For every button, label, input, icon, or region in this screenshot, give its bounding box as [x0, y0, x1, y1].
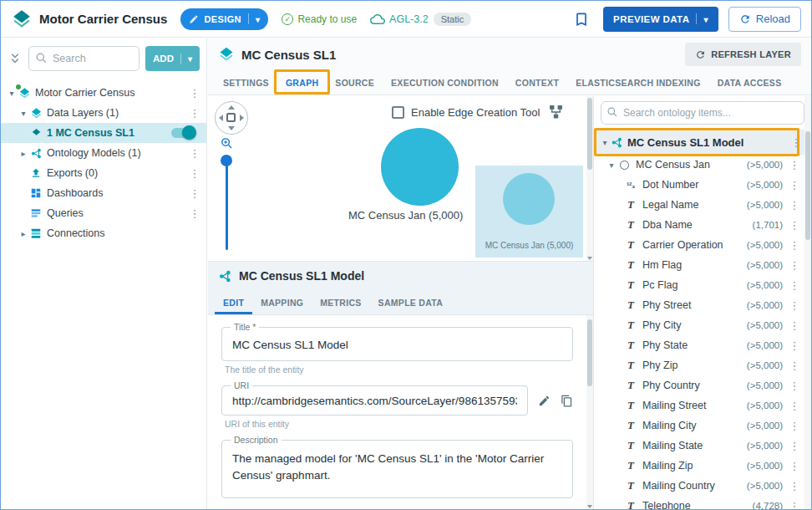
kebab-menu-icon[interactable] [788, 219, 801, 232]
chevron-down-icon[interactable] [188, 54, 192, 64]
reload-button[interactable]: Reload [728, 7, 801, 32]
chevron-right-icon[interactable] [18, 149, 29, 158]
tree-item-data-layers[interactable]: Data Layers (1) [1, 103, 206, 123]
graph-node-selected[interactable]: MC Census Jan (5,000) [475, 166, 583, 258]
chevron-down-icon[interactable] [606, 161, 617, 170]
edit-uri-pencil-icon[interactable] [538, 395, 551, 407]
tab-sample-data[interactable]: SAMPLE DATA [370, 290, 452, 314]
pan-up-icon[interactable] [228, 105, 235, 110]
ontology-scrollbar-thumb[interactable] [805, 131, 810, 240]
form-scrollbar-thumb[interactable] [587, 319, 592, 386]
copy-icon[interactable] [561, 395, 573, 407]
ontology-class-row[interactable]: MC Census Jan (>5,000) [594, 155, 811, 175]
zoom-in-icon[interactable] [220, 136, 234, 150]
kebab-menu-icon[interactable] [788, 279, 801, 292]
refresh-layer-button[interactable]: REFRESH LAYER [685, 43, 801, 66]
scroll-down-arrow-icon[interactable] [587, 257, 592, 260]
ontology-property-row[interactable]: Dot Number (>5,000) [594, 175, 811, 195]
tab-source[interactable]: SOURCE [327, 70, 383, 94]
chevron-down-icon[interactable] [256, 14, 260, 24]
pan-down-icon[interactable] [228, 126, 235, 130]
kebab-menu-icon[interactable] [188, 207, 201, 220]
bookmark-icon[interactable] [573, 11, 590, 28]
ontology-search-input[interactable] [601, 101, 804, 125]
kebab-menu-icon[interactable] [788, 239, 801, 252]
ontology-model-header[interactable]: MC Census SL1 Model [594, 130, 811, 155]
tab-graph[interactable]: GRAPH [277, 70, 327, 94]
kebab-menu-icon[interactable] [788, 460, 801, 472]
kebab-menu-icon[interactable] [788, 480, 801, 492]
kebab-menu-icon[interactable] [788, 259, 801, 272]
graph-canvas[interactable]: Enable Edge Creation Tool MC Census Jan … [208, 96, 593, 261]
ontology-property-row[interactable]: Phy State (>5,000) [594, 335, 811, 355]
zoom-slider-handle[interactable] [221, 155, 232, 166]
kebab-menu-icon[interactable] [788, 360, 801, 372]
tree-item-connections[interactable]: Connections [1, 223, 206, 243]
tree-item-dashboards[interactable]: Dashboards [1, 183, 206, 203]
ontology-property-row[interactable]: Carrier Operation (>5,000) [594, 235, 811, 255]
kebab-menu-icon[interactable] [188, 107, 201, 120]
ontology-property-row[interactable]: Phy Zip (>5,000) [594, 355, 811, 375]
title-input[interactable] [222, 328, 572, 360]
kebab-menu-icon[interactable] [788, 339, 801, 352]
pan-control[interactable] [215, 101, 248, 135]
kebab-menu-icon[interactable] [788, 299, 801, 312]
kebab-menu-icon[interactable] [188, 167, 201, 180]
collapse-all-icon[interactable] [8, 51, 23, 66]
ontology-property-row[interactable]: Mailing Country (>5,000) [594, 476, 811, 496]
ontology-property-row[interactable]: Phy Country (>5,000) [594, 375, 811, 395]
ontology-property-row[interactable]: Mailing City (>5,000) [594, 416, 811, 436]
kebab-menu-icon[interactable] [788, 500, 801, 510]
ontology-property-row[interactable]: Hm Flag (>5,000) [594, 255, 811, 275]
ontology-property-row[interactable]: Legal Name (>5,000) [594, 195, 811, 215]
kebab-menu-icon[interactable] [788, 179, 801, 191]
preview-data-button[interactable]: PREVIEW DATA [603, 7, 718, 32]
chevron-down-icon[interactable] [703, 14, 708, 24]
canvas-scrollbar[interactable] [586, 96, 593, 261]
tree-item-motor-carrier-census[interactable]: Motor Carrier Census [1, 83, 206, 103]
kebab-menu-icon[interactable] [188, 87, 201, 99]
tab-execution-condition[interactable]: EXECUTION CONDITION [383, 70, 507, 94]
tab-context[interactable]: CONTEXT [507, 70, 567, 94]
canvas-scrollbar-thumb[interactable] [587, 98, 592, 170]
edge-tool-checkbox[interactable] [392, 106, 404, 119]
graph-layout-icon[interactable] [549, 105, 563, 119]
tab-settings[interactable]: SETTINGS [215, 70, 277, 94]
ontology-property-row[interactable]: Phy Street (>5,000) [594, 295, 811, 315]
ontology-property-row[interactable]: Pc Flag (>5,000) [594, 275, 811, 295]
design-button[interactable]: DESIGN [180, 8, 268, 30]
fit-view-icon[interactable] [226, 113, 236, 122]
scroll-down-arrow-icon[interactable] [587, 505, 592, 508]
add-button[interactable]: ADD [145, 46, 200, 71]
description-input[interactable]: The managed model for 'MC Census SL1' in… [222, 441, 572, 493]
tree-item-ontology-models[interactable]: Ontology Models (1) [1, 143, 206, 163]
uri-input[interactable] [222, 386, 527, 415]
chevron-down-icon[interactable] [599, 138, 611, 147]
chevron-down-icon[interactable] [6, 89, 18, 98]
form-scrollbar[interactable] [586, 315, 593, 509]
kebab-menu-icon[interactable] [788, 420, 801, 432]
tree-item-exports[interactable]: Exports (0) [1, 163, 206, 183]
tree-item-mc-census-sl1[interactable]: 1 MC Census SL1 [1, 123, 206, 143]
graph-node-mc-census-jan[interactable] [381, 128, 459, 206]
pan-right-icon[interactable] [240, 115, 244, 121]
kebab-menu-icon[interactable] [788, 400, 801, 412]
graph-node-selected-circle[interactable] [503, 173, 555, 225]
tab-mapping[interactable]: MAPPING [252, 290, 312, 314]
kebab-menu-icon[interactable] [188, 147, 201, 160]
tab-edit[interactable]: EDIT [215, 290, 252, 314]
ontology-property-row[interactable]: Mailing State (>5,000) [594, 436, 811, 456]
kebab-menu-icon[interactable] [788, 319, 801, 332]
kebab-menu-icon[interactable] [788, 159, 801, 171]
kebab-menu-icon[interactable] [188, 187, 201, 200]
kebab-menu-icon[interactable] [788, 440, 801, 452]
pan-left-icon[interactable] [219, 115, 223, 121]
layer-enabled-toggle[interactable] [171, 128, 195, 138]
tab-elasticsearch-indexing[interactable]: ELASTICSEARCH INDEXING [567, 70, 709, 94]
tab-metrics[interactable]: METRICS [312, 290, 369, 314]
chevron-right-icon[interactable] [18, 229, 29, 238]
ontology-property-row[interactable]: Mailing Street (>5,000) [594, 395, 811, 416]
tab-data-access[interactable]: DATA ACCESS [709, 70, 790, 94]
kebab-menu-icon[interactable] [789, 136, 803, 149]
kebab-menu-icon[interactable] [788, 380, 801, 392]
